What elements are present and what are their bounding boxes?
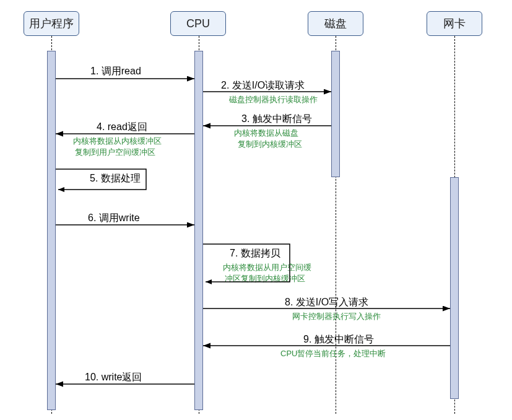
msg7-note-a: 内核将数据从用户空间缓 [223, 262, 311, 273]
participant-user: 用户程序 [24, 11, 79, 36]
activation-user [47, 51, 56, 410]
msg3-label: 3. 触发中断信号 [241, 113, 312, 126]
activation-disk [331, 51, 340, 177]
msg8-label: 8. 发送I/O写入请求 [285, 296, 368, 309]
msg4-note-a: 内核将数据从内核缓冲区 [73, 136, 162, 147]
msg7-label: 7. 数据拷贝 [230, 247, 280, 260]
msg3-note-a: 内核将数据从磁盘 [234, 128, 298, 139]
msg10-label: 10. write返回 [85, 371, 142, 384]
msg4-label: 4. read返回 [97, 121, 147, 134]
msg9-label: 9. 触发中断信号 [303, 333, 374, 346]
participant-disk: 磁盘 [308, 11, 363, 36]
msg8-note: 网卡控制器执行写入操作 [292, 311, 381, 322]
activation-nic [450, 177, 459, 399]
msg1-label: 1. 调用read [90, 65, 141, 78]
msg6-label: 6. 调用write [88, 212, 140, 225]
msg2-note: 磁盘控制器执行读取操作 [229, 94, 318, 105]
msg5-label: 5. 数据处理 [90, 172, 141, 185]
msg3-note-b: 复制到内核缓冲区 [238, 139, 302, 150]
msg2-label: 2. 发送I/O读取请求 [221, 79, 305, 92]
msg7-note-b: 冲区复制到内核缓冲区 [225, 273, 305, 284]
sequence-diagram: 用户程序 CPU 磁盘 网卡 1. 调用read 2. 发送I/O读取请求 磁盘… [0, 0, 512, 420]
activation-cpu [194, 51, 203, 410]
msg4-note-b: 复制到用户空间缓冲区 [75, 147, 155, 158]
msg9-note: CPU暂停当前任务，处理中断 [280, 348, 386, 359]
participant-cpu: CPU [170, 11, 226, 36]
participant-nic: 网卡 [427, 11, 482, 36]
arrows-layer [0, 0, 512, 420]
